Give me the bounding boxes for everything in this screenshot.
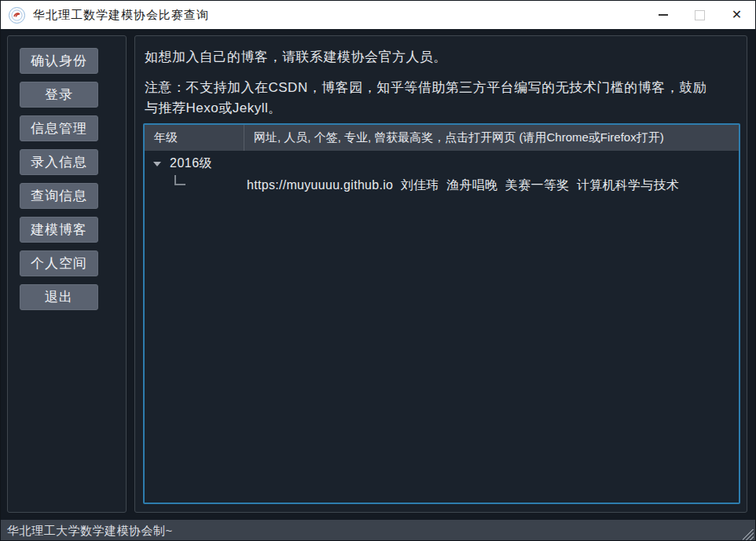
- sidebar-button-query-info[interactable]: 查询信息: [20, 183, 98, 209]
- app-logo-icon: [9, 7, 25, 24]
- blog-tree: 年级 网址, 人员, 个签, 专业, 曾获最高奖，点击打开网页 (请用Chrom…: [143, 123, 740, 504]
- resize-grip[interactable]: [743, 529, 754, 540]
- note-text: 注意：不支持加入在CSDN，博客园，知乎等借助第三方平台编写的无技术门槛的博客，…: [145, 78, 742, 119]
- window-controls: ✕: [644, 1, 755, 29]
- sidebar: 确认身份 登录 信息管理 录入信息 查询信息 建模博客 个人空间 退出: [7, 35, 127, 513]
- note-line-2: 与推荐Hexo或Jekyll。: [145, 98, 742, 119]
- tree-branch-icon: [174, 175, 185, 185]
- tree-header: 年级 网址, 人员, 个签, 专业, 曾获最高奖，点击打开网页 (请用Chrom…: [145, 125, 739, 151]
- tree-header-grade-column: 年级: [145, 125, 244, 151]
- sidebar-button-info-management[interactable]: 信息管理: [20, 115, 98, 141]
- statusbar: 华北理工大学数学建模协会制~: [1, 520, 755, 541]
- sidebar-button-modeling-blog[interactable]: 建模博客: [20, 217, 98, 243]
- main-panel: 如想加入自己的博客，请联系建模协会官方人员。 注意：不支持加入在CSDN，博客园…: [134, 35, 747, 513]
- app-window: 华北理工数学建模协会比赛查询 ✕ 确认身份 登录 信息管理 录入信息 查询信息 …: [0, 0, 756, 541]
- sidebar-button-enter-info[interactable]: 录入信息: [20, 149, 98, 175]
- minimize-button[interactable]: [644, 1, 681, 29]
- blog-entry-text[interactable]: https://muyuuuu.github.io 刘佳玮 渔舟唱晚 美赛一等奖…: [247, 177, 679, 194]
- sidebar-button-exit[interactable]: 退出: [20, 284, 98, 310]
- maximize-button[interactable]: [681, 1, 718, 29]
- tree-child-row[interactable]: https://muyuuuu.github.io 刘佳玮 渔舟唱晚 美赛一等奖…: [145, 172, 739, 196]
- tree-header-details-column: 网址, 人员, 个签, 专业, 曾获最高奖，点击打开网页 (请用Chrome或F…: [244, 125, 739, 151]
- sidebar-button-login[interactable]: 登录: [20, 82, 98, 108]
- expand-arrow-icon[interactable]: [153, 162, 161, 166]
- tree-group-label: 2016级: [170, 155, 212, 172]
- sidebar-button-personal-space[interactable]: 个人空间: [20, 250, 98, 276]
- titlebar: 华北理工数学建模协会比赛查询 ✕: [1, 1, 755, 29]
- minimize-icon: [659, 14, 668, 16]
- tree-group-row-2016[interactable]: 2016级: [145, 154, 739, 174]
- maximize-icon: [695, 10, 705, 20]
- window-title: 华北理工数学建模协会比赛查询: [33, 8, 209, 23]
- close-icon: ✕: [732, 9, 742, 21]
- intro-text: 如想加入自己的博客，请联系建模协会官方人员。: [145, 48, 447, 66]
- note-line-1: 注意：不支持加入在CSDN，博客园，知乎等借助第三方平台编写的无技术门槛的博客，…: [145, 78, 742, 98]
- sidebar-button-confirm-identity[interactable]: 确认身份: [20, 48, 98, 74]
- statusbar-text: 华北理工大学数学建模协会制~: [7, 524, 173, 539]
- close-button[interactable]: ✕: [718, 1, 755, 29]
